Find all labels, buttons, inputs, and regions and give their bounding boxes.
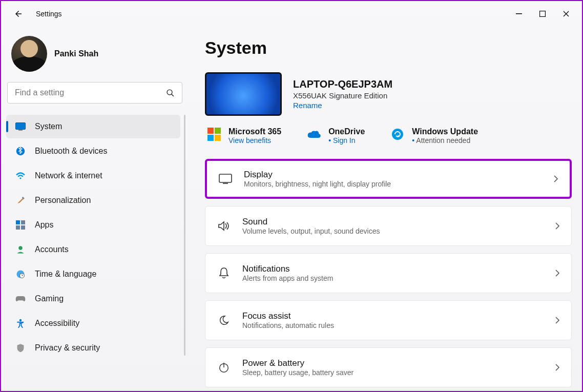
settings-window: Settings Panki Shah System	[0, 0, 583, 392]
update-title: Windows Update	[412, 127, 478, 136]
onedrive-sub[interactable]: Sign In	[328, 136, 365, 145]
paintbrush-icon	[15, 195, 26, 205]
maximize-button[interactable]	[531, 6, 554, 22]
card-power[interactable]: Power & battery Sleep, battery usage, ba…	[205, 347, 572, 387]
card-title: Sound	[242, 217, 544, 227]
ms365-icon	[207, 127, 221, 141]
sidebar-item-personalization[interactable]: Personalization	[6, 189, 180, 212]
update-status[interactable]: Windows Update Attention needed	[390, 127, 478, 145]
search-box[interactable]	[7, 82, 182, 104]
bell-icon	[217, 266, 231, 280]
shield-icon	[15, 343, 26, 353]
search-icon	[166, 89, 175, 97]
close-button[interactable]	[554, 6, 578, 22]
card-sub: Monitors, brightness, night light, displ…	[244, 180, 542, 188]
sidebar-item-system[interactable]: System	[6, 115, 180, 138]
card-display[interactable]: Display Monitors, brightness, night ligh…	[205, 159, 572, 199]
avatar	[11, 36, 47, 72]
person-icon	[15, 244, 26, 255]
update-sub: Attention needed	[412, 136, 478, 145]
sidebar-item-label: Accounts	[35, 245, 69, 254]
nav-list: System Bluetooth & devices Network & int…	[6, 115, 184, 360]
sidebar-item-label: Time & language	[35, 270, 96, 279]
profile-section[interactable]: Panki Shah	[6, 27, 184, 82]
device-model: X556UAK Signature Edition	[293, 91, 392, 100]
chevron-right-icon	[555, 363, 560, 372]
svg-point-13	[18, 246, 23, 250]
sidebar-item-network[interactable]: Network & internet	[6, 164, 180, 188]
rename-link[interactable]: Rename	[293, 101, 392, 110]
svg-rect-4	[16, 123, 26, 130]
card-title: Notifications	[242, 264, 544, 274]
ms365-title: Microsoft 365	[228, 127, 281, 136]
card-focus[interactable]: Focus assist Notifications, automatic ru…	[205, 300, 572, 340]
apps-icon	[15, 220, 26, 230]
svg-point-17	[392, 129, 403, 140]
sidebar-item-privacy[interactable]: Privacy & security	[6, 336, 180, 360]
device-thumbnail	[205, 72, 282, 116]
sidebar-item-apps[interactable]: Apps	[6, 213, 180, 237]
titlebar: Settings	[1, 1, 582, 27]
sidebar-item-label: Personalization	[35, 196, 91, 205]
sidebar-item-gaming[interactable]: Gaming	[6, 287, 180, 311]
app-title: Settings	[36, 10, 62, 18]
status-row: Microsoft 365 View benefits OneDrive Sig…	[205, 127, 572, 145]
svg-rect-18	[219, 174, 232, 182]
svg-rect-9	[16, 220, 20, 224]
settings-card-list: Display Monitors, brightness, night ligh…	[205, 159, 572, 387]
clock-globe-icon	[15, 269, 26, 279]
svg-rect-12	[21, 225, 25, 230]
search-input[interactable]	[15, 88, 166, 97]
chevron-right-icon	[553, 175, 558, 183]
device-section: LAPTOP-Q6EJP3AM X556UAK Signature Editio…	[205, 72, 572, 116]
svg-point-2	[167, 90, 172, 95]
nav-scrollbar[interactable]	[184, 115, 185, 356]
onedrive-status[interactable]: OneDrive Sign In	[307, 127, 365, 145]
chevron-right-icon	[555, 269, 560, 277]
ms365-sub[interactable]: View benefits	[228, 136, 281, 145]
sidebar-item-label: Network & internet	[35, 171, 102, 180]
back-button[interactable]	[10, 6, 27, 22]
svg-rect-0	[516, 13, 522, 14]
window-controls	[507, 6, 578, 22]
chevron-right-icon	[555, 316, 560, 324]
bluetooth-icon	[15, 146, 26, 156]
sidebar-item-accounts[interactable]: Accounts	[6, 238, 180, 261]
card-sub: Volume levels, output, input, sound devi…	[242, 227, 544, 235]
svg-point-16	[19, 319, 22, 322]
card-title: Display	[244, 170, 542, 180]
sidebar-item-label: Privacy & security	[35, 343, 100, 353]
sidebar-item-label: System	[35, 122, 62, 131]
update-icon	[390, 127, 405, 141]
sound-icon	[217, 219, 231, 233]
page-title: System	[205, 38, 572, 58]
card-sound[interactable]: Sound Volume levels, output, input, soun…	[205, 206, 572, 246]
card-title: Power & battery	[242, 358, 544, 368]
sidebar: Panki Shah System Bluetooth & devices	[1, 27, 184, 391]
device-name: LAPTOP-Q6EJP3AM	[293, 78, 392, 90]
card-sub: Notifications, automatic rules	[242, 321, 544, 329]
ms365-status[interactable]: Microsoft 365 View benefits	[207, 127, 281, 145]
sidebar-item-accessibility[interactable]: Accessibility	[6, 312, 180, 335]
svg-point-6	[16, 147, 25, 156]
card-sub: Alerts from apps and system	[242, 274, 544, 282]
card-title: Focus assist	[242, 311, 544, 321]
sidebar-item-bluetooth[interactable]: Bluetooth & devices	[6, 139, 180, 163]
svg-rect-10	[21, 220, 25, 224]
svg-point-7	[19, 177, 21, 179]
device-info: LAPTOP-Q6EJP3AM X556UAK Signature Editio…	[293, 78, 392, 110]
onedrive-icon	[307, 127, 321, 141]
moon-icon	[217, 313, 231, 327]
accessibility-icon	[15, 318, 26, 328]
system-icon	[15, 121, 26, 132]
gamepad-icon	[15, 294, 26, 304]
display-icon	[218, 172, 233, 186]
sidebar-item-time[interactable]: Time & language	[6, 262, 180, 286]
minimize-button[interactable]	[507, 6, 531, 22]
main-content: System LAPTOP-Q6EJP3AM X556UAK Signature…	[184, 27, 582, 391]
profile-name: Panki Shah	[54, 49, 98, 58]
sidebar-item-label: Bluetooth & devices	[35, 147, 107, 156]
sidebar-item-label: Accessibility	[35, 319, 79, 328]
svg-line-3	[172, 94, 174, 96]
card-notifications[interactable]: Notifications Alerts from apps and syste…	[205, 253, 572, 293]
